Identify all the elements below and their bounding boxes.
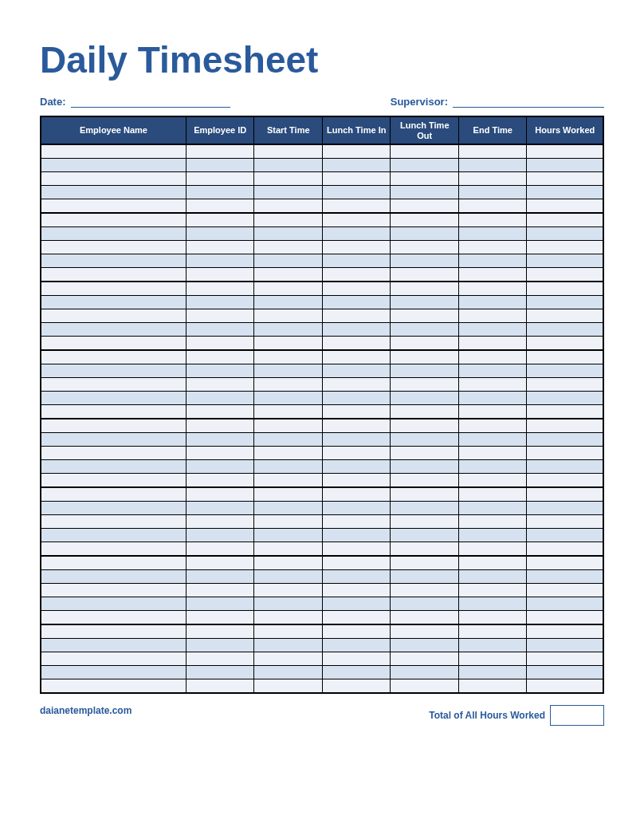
cell[interactable]: [254, 624, 323, 639]
cell[interactable]: [254, 241, 323, 254]
cell[interactable]: [254, 666, 323, 679]
cell[interactable]: [322, 268, 391, 282]
cell[interactable]: [527, 296, 603, 309]
cell[interactable]: [391, 515, 459, 529]
cell[interactable]: [458, 378, 527, 392]
cell[interactable]: [41, 213, 186, 227]
cell[interactable]: [527, 679, 603, 694]
cell[interactable]: [458, 460, 527, 474]
cell[interactable]: [458, 172, 527, 186]
cell[interactable]: [322, 364, 391, 378]
cell[interactable]: [41, 323, 186, 337]
cell[interactable]: [41, 679, 186, 694]
cell[interactable]: [391, 337, 459, 351]
cell[interactable]: [391, 309, 459, 323]
cell[interactable]: [254, 364, 323, 378]
cell[interactable]: [391, 502, 459, 515]
cell[interactable]: [391, 405, 459, 419]
cell[interactable]: [322, 447, 391, 460]
cell[interactable]: [41, 611, 186, 625]
cell[interactable]: [322, 323, 391, 337]
cell[interactable]: [41, 309, 186, 323]
cell[interactable]: [458, 186, 527, 199]
cell[interactable]: [391, 199, 459, 214]
cell[interactable]: [322, 584, 391, 597]
cell[interactable]: [254, 186, 323, 199]
cell[interactable]: [458, 639, 527, 652]
cell[interactable]: [186, 556, 254, 570]
cell[interactable]: [186, 515, 254, 529]
cell[interactable]: [391, 447, 459, 460]
cell[interactable]: [458, 159, 527, 172]
cell[interactable]: [322, 679, 391, 694]
cell[interactable]: [391, 624, 459, 639]
cell[interactable]: [41, 241, 186, 254]
cell[interactable]: [322, 597, 391, 611]
cell[interactable]: [527, 378, 603, 392]
cell[interactable]: [458, 392, 527, 405]
cell[interactable]: [41, 254, 186, 268]
cell[interactable]: [391, 542, 459, 557]
cell[interactable]: [391, 186, 459, 199]
cell[interactable]: [186, 268, 254, 282]
cell[interactable]: [186, 296, 254, 309]
cell[interactable]: [254, 268, 323, 282]
cell[interactable]: [254, 460, 323, 474]
cell[interactable]: [322, 419, 391, 433]
cell[interactable]: [458, 556, 527, 570]
cell[interactable]: [527, 159, 603, 172]
cell[interactable]: [391, 227, 459, 241]
cell[interactable]: [41, 597, 186, 611]
cell[interactable]: [391, 584, 459, 597]
cell[interactable]: [254, 487, 323, 502]
cell[interactable]: [186, 309, 254, 323]
cell[interactable]: [391, 254, 459, 268]
cell[interactable]: [391, 364, 459, 378]
cell[interactable]: [458, 268, 527, 282]
cell[interactable]: [527, 529, 603, 542]
cell[interactable]: [458, 364, 527, 378]
cell[interactable]: [186, 405, 254, 419]
cell[interactable]: [322, 199, 391, 214]
cell[interactable]: [322, 378, 391, 392]
cell[interactable]: [254, 378, 323, 392]
cell[interactable]: [254, 502, 323, 515]
cell[interactable]: [41, 350, 186, 364]
cell[interactable]: [186, 474, 254, 488]
cell[interactable]: [322, 639, 391, 652]
cell[interactable]: [186, 186, 254, 199]
cell[interactable]: [186, 666, 254, 679]
cell[interactable]: [458, 241, 527, 254]
cell[interactable]: [41, 199, 186, 214]
cell[interactable]: [186, 624, 254, 639]
cell[interactable]: [186, 584, 254, 597]
supervisor-input-line[interactable]: [453, 96, 604, 108]
cell[interactable]: [322, 542, 391, 557]
cell[interactable]: [527, 323, 603, 337]
cell[interactable]: [254, 584, 323, 597]
cell[interactable]: [322, 502, 391, 515]
cell[interactable]: [186, 419, 254, 433]
cell[interactable]: [322, 254, 391, 268]
cell[interactable]: [186, 502, 254, 515]
cell[interactable]: [527, 460, 603, 474]
cell[interactable]: [186, 323, 254, 337]
cell[interactable]: [527, 433, 603, 447]
cell[interactable]: [322, 611, 391, 625]
cell[interactable]: [254, 392, 323, 405]
cell[interactable]: [322, 652, 391, 666]
cell[interactable]: [186, 227, 254, 241]
cell[interactable]: [322, 556, 391, 570]
cell[interactable]: [391, 529, 459, 542]
cell[interactable]: [41, 296, 186, 309]
cell[interactable]: [458, 570, 527, 584]
cell[interactable]: [391, 556, 459, 570]
cell[interactable]: [254, 419, 323, 433]
cell[interactable]: [527, 652, 603, 666]
cell[interactable]: [186, 460, 254, 474]
cell[interactable]: [391, 460, 459, 474]
cell[interactable]: [527, 199, 603, 214]
cell[interactable]: [458, 584, 527, 597]
cell[interactable]: [458, 624, 527, 639]
cell[interactable]: [391, 392, 459, 405]
